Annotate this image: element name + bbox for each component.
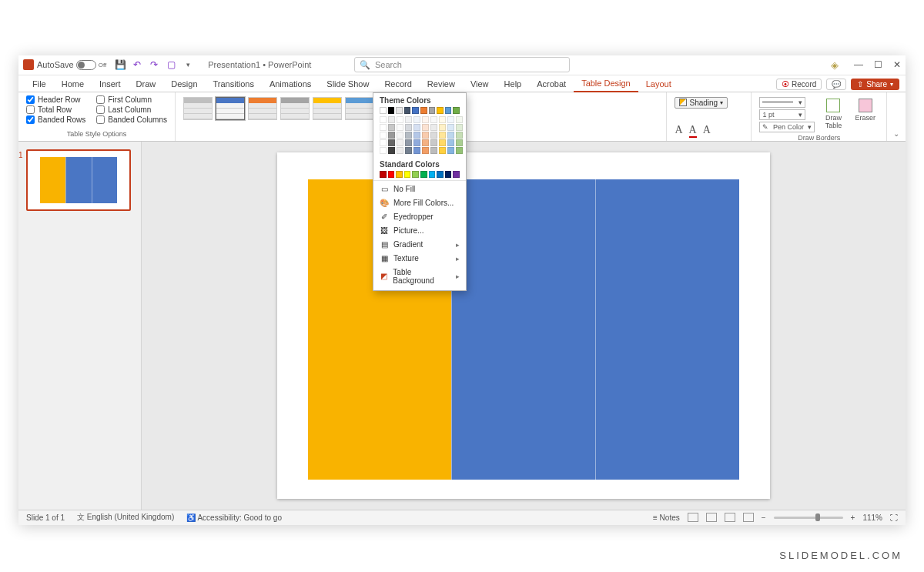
tab-draw[interactable]: Draw (129, 76, 164, 92)
color-swatch[interactable] (422, 139, 429, 146)
tab-review[interactable]: Review (420, 76, 463, 92)
table-cell-2[interactable] (451, 179, 595, 480)
pen-weight-combo[interactable]: 1 pt▾ (759, 109, 805, 120)
color-swatch[interactable] (453, 107, 460, 114)
color-swatch[interactable] (413, 116, 420, 123)
color-swatch[interactable] (380, 124, 387, 131)
table-cell-3[interactable] (595, 179, 739, 480)
color-swatch[interactable] (413, 147, 420, 154)
collapse-ribbon-icon[interactable]: ⌄ (887, 92, 906, 141)
color-swatch[interactable] (388, 107, 395, 114)
table-background-item[interactable]: ◩Table Background▸ (373, 266, 466, 287)
accessibility-status[interactable]: ♿ Accessibility: Good to go (186, 513, 282, 522)
slide-counter[interactable]: Slide 1 of 1 (26, 513, 65, 522)
color-swatch[interactable] (439, 147, 446, 154)
color-swatch[interactable] (429, 171, 436, 178)
color-swatch[interactable] (396, 171, 403, 178)
table-style-swatch[interactable] (313, 97, 342, 120)
table-style-swatch[interactable] (183, 97, 213, 120)
undo-icon[interactable]: ↶ (131, 59, 143, 71)
color-swatch[interactable] (437, 171, 444, 178)
color-swatch[interactable] (422, 132, 429, 139)
chk-banded-rows[interactable]: Banded Rows (26, 115, 85, 124)
color-swatch[interactable] (447, 147, 454, 154)
color-swatch[interactable] (380, 171, 387, 178)
color-swatch[interactable] (422, 147, 429, 154)
tab-insert[interactable]: Insert (92, 76, 129, 92)
notes-button[interactable]: ≡ Notes (653, 513, 680, 522)
color-swatch[interactable] (404, 171, 411, 178)
slide-thumbnails-pane[interactable]: 1 (18, 142, 142, 510)
color-swatch[interactable] (422, 124, 429, 131)
slide-canvas-area[interactable] (142, 142, 906, 510)
close-button[interactable]: ✕ (893, 59, 901, 70)
zoom-in-button[interactable]: + (851, 513, 855, 522)
fit-to-window-button[interactable]: ⛶ (890, 513, 898, 522)
color-swatch[interactable] (437, 107, 444, 114)
autosave-toggle[interactable]: AutoSave Off (37, 60, 106, 70)
zoom-out-button[interactable]: − (762, 513, 766, 522)
color-swatch[interactable] (397, 124, 403, 131)
color-swatch[interactable] (430, 124, 437, 131)
color-swatch[interactable] (447, 124, 454, 131)
color-swatch[interactable] (404, 107, 411, 114)
sorter-view-button[interactable] (706, 513, 717, 522)
color-swatch[interactable] (447, 116, 454, 123)
text-outline-icon[interactable]: A (703, 124, 711, 138)
table-style-swatch[interactable] (345, 97, 374, 120)
tab-view[interactable]: View (463, 76, 497, 92)
color-swatch[interactable] (388, 147, 395, 154)
color-swatch[interactable] (388, 171, 395, 178)
color-swatch[interactable] (388, 124, 395, 131)
color-swatch[interactable] (396, 107, 403, 114)
normal-view-button[interactable] (688, 513, 698, 522)
color-swatch[interactable] (439, 116, 446, 123)
color-swatch[interactable] (430, 116, 437, 123)
minimize-button[interactable]: — (854, 59, 863, 70)
premium-icon[interactable]: ◈ (831, 59, 839, 71)
color-swatch[interactable] (388, 139, 395, 146)
tab-record[interactable]: Record (377, 76, 419, 92)
color-swatch[interactable] (405, 147, 412, 154)
color-swatch[interactable] (380, 116, 387, 123)
draw-table-button[interactable]: Draw Table (819, 97, 847, 131)
color-swatch[interactable] (388, 116, 395, 123)
color-swatch[interactable] (445, 107, 452, 114)
eraser-button[interactable]: Eraser (852, 97, 879, 123)
table-style-swatch[interactable] (216, 97, 245, 120)
color-swatch[interactable] (405, 139, 412, 146)
color-swatch[interactable] (430, 147, 437, 154)
color-swatch[interactable] (456, 147, 463, 154)
color-swatch[interactable] (445, 171, 452, 178)
color-swatch[interactable] (397, 132, 403, 139)
comments-button[interactable]: 💬 (826, 79, 846, 90)
chk-banded-columns[interactable]: Banded Columns (96, 115, 167, 124)
tab-acrobat[interactable]: Acrobat (529, 76, 574, 92)
no-fill-item[interactable]: ▭No Fill (373, 182, 466, 196)
qat-dropdown-icon[interactable]: ▾ (182, 59, 194, 71)
slideshow-view-button[interactable] (743, 513, 754, 522)
pen-style-combo[interactable]: ▾ (759, 97, 805, 108)
picture-item[interactable]: 🖼Picture... (373, 224, 466, 238)
save-icon[interactable]: 💾 (114, 59, 126, 71)
tab-layout[interactable]: Layout (638, 76, 679, 92)
table-style-swatch[interactable] (280, 97, 310, 120)
chk-header-row[interactable]: Header Row (26, 95, 85, 104)
zoom-slider[interactable] (774, 517, 843, 519)
color-swatch[interactable] (456, 116, 463, 123)
color-swatch[interactable] (439, 132, 446, 139)
color-swatch[interactable] (380, 147, 387, 154)
slide-thumbnail-1[interactable] (26, 149, 131, 211)
color-swatch[interactable] (420, 171, 427, 178)
color-swatch[interactable] (430, 132, 437, 139)
color-swatch[interactable] (397, 147, 403, 154)
gradient-item[interactable]: ▤Gradient▸ (373, 238, 466, 252)
tab-table-design[interactable]: Table Design (574, 75, 638, 92)
pen-color-combo[interactable]: ✎Pen Color▾ (759, 122, 815, 132)
color-swatch[interactable] (397, 139, 403, 146)
tab-home[interactable]: Home (54, 76, 92, 92)
tab-file[interactable]: File (25, 76, 54, 92)
tab-help[interactable]: Help (497, 76, 530, 92)
tab-animations[interactable]: Animations (262, 76, 319, 92)
color-swatch[interactable] (456, 139, 463, 146)
